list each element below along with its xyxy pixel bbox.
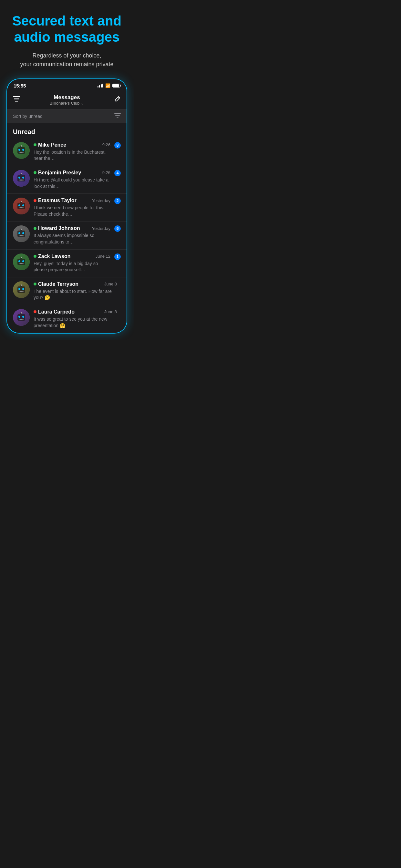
sender-name: Benjamin Presley	[34, 170, 81, 176]
svg-rect-35	[20, 235, 23, 236]
svg-rect-19	[20, 180, 23, 181]
svg-point-49	[22, 288, 24, 290]
message-items-container: Mike Pence 9:26 Hey the location is in t…	[7, 138, 127, 333]
status-icons: 📶	[97, 83, 120, 88]
svg-point-45	[21, 257, 22, 258]
unread-badge: 1	[114, 253, 121, 260]
svg-point-9	[22, 149, 24, 151]
sender-name: Erasmus Taylor	[34, 197, 76, 204]
sort-label: Sort by unread	[13, 114, 42, 119]
avatar	[13, 253, 30, 270]
svg-rect-51	[20, 291, 23, 292]
svg-point-24	[19, 205, 20, 206]
message-content: Benjamin Presley 9:26 Hi there @all coul…	[34, 170, 111, 190]
svg-point-25	[22, 205, 24, 206]
nav-subtitle[interactable]: Billionare's Club ⌄	[50, 101, 84, 105]
compose-icon[interactable]	[114, 96, 121, 104]
message-time: Yesterday	[92, 226, 111, 231]
svg-point-16	[19, 177, 20, 179]
message-meta: 6	[114, 225, 121, 232]
filter-icon[interactable]	[13, 96, 20, 104]
message-preview: It always seems impossible so congratula…	[34, 232, 111, 245]
list-item[interactable]: Laura Carpedo June 8 It was so great to …	[7, 305, 127, 333]
message-header: Benjamin Presley 9:26	[34, 170, 111, 176]
avatar	[13, 197, 30, 214]
message-meta: 1	[114, 253, 121, 260]
message-meta: 2	[114, 197, 121, 204]
sender-name: Laura Carpedo	[34, 309, 74, 315]
message-header: Laura Carpedo June 8	[34, 309, 117, 315]
status-dot	[34, 199, 36, 202]
status-dot	[34, 171, 36, 174]
message-header: Zack Lawson June 12	[34, 253, 111, 259]
subtitle: Regardless of your choice, your communic…	[12, 51, 121, 69]
svg-rect-3	[114, 113, 121, 114]
main-title: Secured text and audio messages	[12, 13, 121, 45]
svg-point-13	[21, 145, 22, 147]
message-content: Laura Carpedo June 8 It was so great to …	[34, 309, 117, 329]
svg-point-21	[21, 173, 22, 175]
message-preview: The event is about to start. How far are…	[34, 288, 117, 301]
message-meta: 8	[114, 142, 121, 149]
avatar	[13, 309, 30, 326]
svg-point-8	[19, 149, 20, 151]
sort-icon	[114, 113, 121, 120]
message-header: Erasmus Taylor Yesterday	[34, 197, 111, 204]
svg-point-48	[19, 288, 20, 290]
message-time: June 8	[104, 282, 117, 286]
message-time: 9:26	[102, 170, 111, 175]
list-item[interactable]: Claude Terryson June 8 The event is abou…	[7, 277, 127, 305]
svg-point-29	[21, 201, 22, 202]
message-content: Erasmus Taylor Yesterday I think we need…	[34, 197, 111, 217]
battery-icon	[112, 84, 120, 88]
message-header: Claude Terryson June 8	[34, 281, 117, 287]
section-unread: Unread	[7, 123, 127, 138]
svg-rect-5	[117, 117, 119, 118]
svg-rect-27	[20, 207, 23, 208]
list-item[interactable]: Benjamin Presley 9:26 Hi there @all coul…	[7, 166, 127, 194]
signal-icon	[97, 84, 103, 88]
avatar	[13, 225, 30, 242]
message-content: Howard Johnson Yesterday It always seems…	[34, 225, 111, 245]
svg-point-56	[19, 316, 20, 318]
message-time: June 12	[96, 254, 111, 259]
message-time: June 8	[104, 309, 117, 314]
sender-name: Howard Johnson	[34, 225, 80, 231]
avatar	[13, 170, 30, 187]
avatar	[13, 281, 30, 298]
messages-list: Unread	[7, 123, 127, 333]
message-header: Mike Pence 9:26	[34, 142, 111, 148]
svg-rect-4	[115, 115, 120, 116]
message-content: Zack Lawson June 12 Hey, guys! Today is …	[34, 253, 111, 273]
svg-point-61	[21, 312, 22, 314]
message-preview: Hey the location is in the Bucharest, ne…	[34, 149, 111, 162]
svg-point-33	[22, 232, 24, 234]
svg-rect-11	[20, 152, 23, 153]
list-item[interactable]: Mike Pence 9:26 Hey the location is in t…	[7, 138, 127, 166]
sort-bar[interactable]: Sort by unread	[7, 110, 127, 123]
message-preview: Hey, guys! Today is a big day so please …	[34, 260, 111, 273]
sender-name: Claude Terryson	[34, 281, 79, 287]
svg-point-17	[22, 177, 24, 179]
message-time: 9:26	[102, 143, 111, 147]
wifi-icon: 📶	[105, 83, 111, 88]
list-item[interactable]: Zack Lawson June 12 Hey, guys! Today is …	[7, 250, 127, 277]
svg-rect-59	[20, 319, 23, 320]
status-time: 15:55	[13, 83, 26, 89]
message-time: Yesterday	[92, 198, 111, 203]
message-preview: It was so great to see you at the new pr…	[34, 316, 117, 329]
svg-rect-0	[13, 96, 20, 97]
message-preview: I think we need new people for this. Ple…	[34, 205, 111, 217]
list-item[interactable]: Howard Johnson Yesterday It always seems…	[7, 221, 127, 249]
unread-badge: 8	[114, 142, 121, 149]
status-dot	[34, 255, 36, 258]
svg-rect-2	[15, 101, 18, 102]
unread-badge: 2	[114, 197, 121, 204]
phone-mockup: 15:55 📶 Messages Billio	[6, 79, 127, 334]
unread-badge: 6	[114, 225, 121, 232]
svg-rect-43	[20, 263, 23, 264]
list-item[interactable]: Erasmus Taylor Yesterday I think we need…	[7, 194, 127, 221]
svg-point-37	[21, 228, 22, 230]
unread-badge: 4	[114, 170, 121, 176]
status-dot	[34, 144, 36, 146]
